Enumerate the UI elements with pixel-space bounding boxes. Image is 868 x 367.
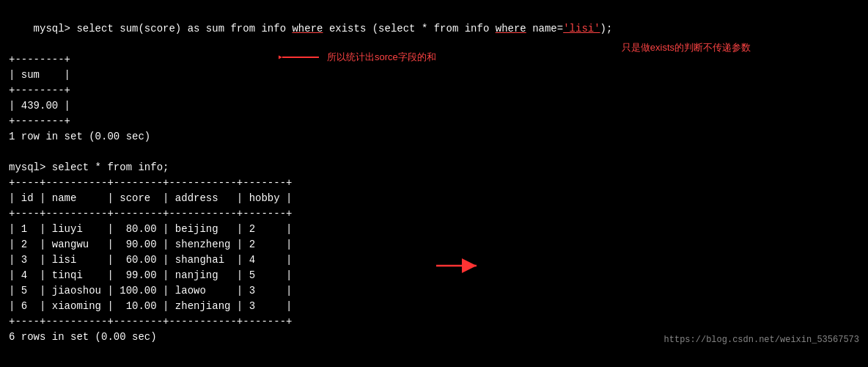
blank-line <box>9 145 859 160</box>
table2-row-5: | 5 | jiaoshou | 100.00 | laowo | 3 | <box>9 283 859 299</box>
arrow-left-icon <box>279 50 323 65</box>
table2-row-1: | 1 | liuyi | 80.00 | beijing | 2 | <box>9 222 859 237</box>
arrow-right-indicator <box>433 258 484 278</box>
prompt: mysql> select sum(score) as sum from inf… <box>34 23 293 34</box>
arrow-right-icon <box>433 258 484 273</box>
table2-border2: +----+----------+--------+-----------+--… <box>9 206 859 222</box>
table1-value: | 439.00 | <box>9 98 859 114</box>
sql-command-2: mysql> select * from info; <box>9 160 859 175</box>
table2-border3: +----+----------+--------+-----------+--… <box>9 314 859 330</box>
table1-header: | sum | <box>9 68 859 83</box>
url-text: https://blog.csdn.net/weixin_53567573 <box>664 333 859 346</box>
table1-border3: +--------+ <box>9 114 859 129</box>
table2-header: | id | name | score | address | hobby | <box>9 191 859 206</box>
table1-border2: +--------+ <box>9 83 859 98</box>
table2-row-2: | 2 | wangwu | 90.00 | shenzheng | 2 | <box>9 237 859 252</box>
annotation1-box: 所以统计出sorce字段的和 <box>279 50 436 65</box>
terminal: mysql> select sum(score) as sum from inf… <box>0 0 868 351</box>
annotation1-text: 所以统计出sorce字段的和 <box>327 50 436 65</box>
table2-border1: +----+----------+--------+-----------+--… <box>9 175 859 191</box>
result1: 1 row in set (0.00 sec) <box>9 129 859 145</box>
annotation2-box: 只是做exists的判断不传递参数 <box>622 40 751 56</box>
annotation2-text: 只是做exists的判断不传递参数 <box>622 42 751 53</box>
table2-row-6: | 6 | xiaoming | 10.00 | zhenjiang | 3 | <box>9 299 859 314</box>
